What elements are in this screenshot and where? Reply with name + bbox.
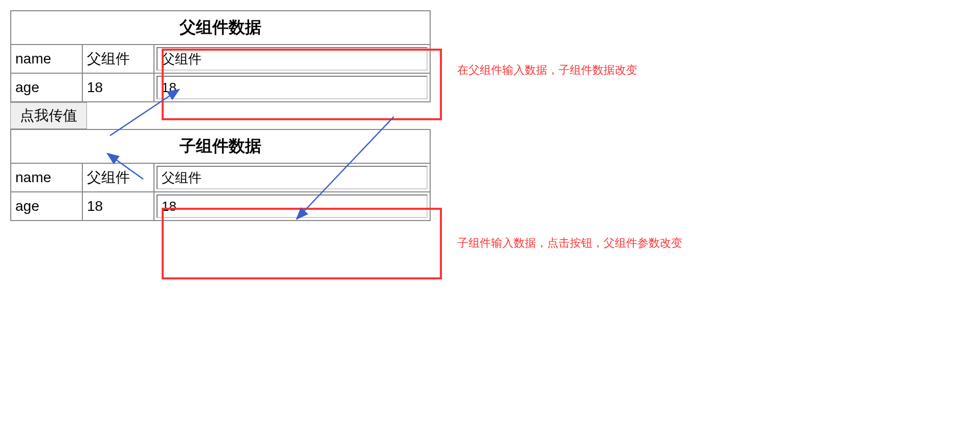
table-row: age 18 [11, 192, 430, 221]
parent-age-label: age [11, 73, 82, 102]
child-age-input-cell [154, 192, 430, 221]
table-row: name 父组件 [11, 163, 430, 192]
child-table: 子组件数据 name 父组件 age 18 [10, 129, 431, 221]
parent-age-input-cell [154, 73, 430, 102]
child-table-title: 子组件数据 [11, 129, 430, 163]
child-age-label: age [11, 192, 82, 221]
parent-table-title: 父组件数据 [11, 11, 430, 45]
child-name-input[interactable] [157, 166, 428, 189]
pass-value-button[interactable]: 点我传值 [10, 102, 87, 129]
parent-table: 父组件数据 name 父组件 age 18 [10, 10, 431, 102]
annotation-top: 在父组件输入数据，子组件数据改变 [457, 62, 637, 78]
child-name-value: 父组件 [82, 163, 154, 192]
parent-name-input-cell [154, 45, 430, 73]
child-name-label: name [11, 163, 82, 192]
parent-age-value: 18 [82, 73, 154, 102]
table-row: age 18 [11, 73, 430, 102]
parent-name-label: name [11, 45, 82, 73]
child-age-input[interactable] [157, 194, 428, 218]
table-row: name 父组件 [11, 45, 430, 73]
parent-name-value: 父组件 [82, 45, 154, 73]
parent-name-input[interactable] [157, 47, 428, 71]
annotation-bottom: 子组件输入数据，点击按钮，父组件参数改变 [457, 235, 682, 251]
child-name-input-cell [154, 163, 430, 192]
child-age-value: 18 [82, 192, 154, 221]
parent-age-input[interactable] [157, 76, 428, 99]
